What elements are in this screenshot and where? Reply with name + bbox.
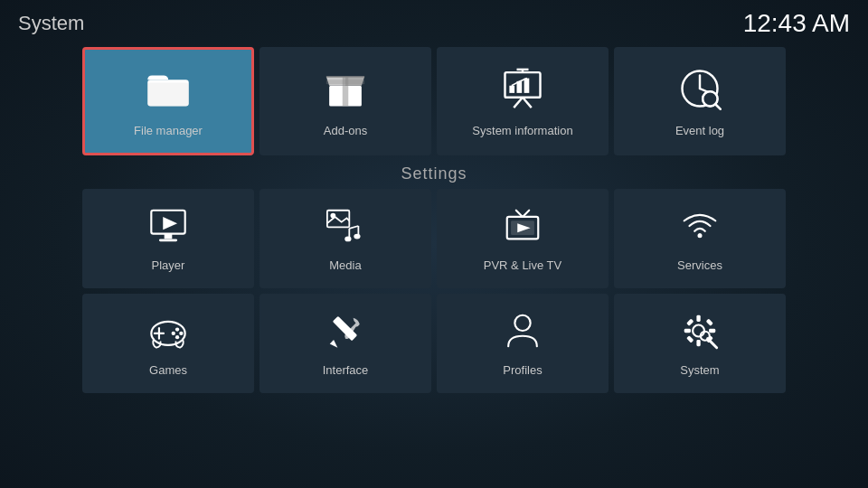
settings-header: Settings [0, 164, 868, 183]
settings-grid: Player Media [0, 189, 868, 393]
svg-rect-13 [524, 79, 530, 93]
tile-profiles-label: Profiles [503, 363, 542, 377]
tile-media-label: Media [329, 258, 361, 272]
player-icon [147, 205, 189, 253]
tile-system-information-label: System information [472, 124, 572, 137]
pvr-live-tv-icon [502, 205, 543, 253]
tile-media[interactable]: Media [259, 189, 431, 288]
tile-interface[interactable]: Interface [259, 294, 431, 393]
media-icon [325, 205, 366, 253]
tile-games[interactable]: Games [82, 294, 254, 393]
svg-line-30 [349, 226, 358, 229]
tile-system-label: System [680, 363, 719, 377]
tile-player-label: Player [152, 258, 185, 272]
games-icon [147, 310, 189, 358]
tile-player[interactable]: Player [82, 189, 254, 288]
tile-pvr-live-tv[interactable]: PVR & Live TV [437, 189, 609, 288]
svg-marker-47 [330, 340, 338, 348]
system-icon [679, 310, 721, 358]
svg-rect-50 [696, 315, 700, 322]
svg-point-31 [344, 237, 351, 242]
svg-point-45 [172, 332, 175, 335]
tile-services[interactable]: Services [614, 189, 786, 288]
svg-line-7 [514, 98, 523, 108]
tile-interface-label: Interface [323, 363, 369, 377]
svg-point-48 [514, 315, 530, 331]
svg-line-21 [715, 104, 721, 109]
svg-point-43 [179, 332, 183, 335]
svg-rect-52 [684, 329, 691, 333]
tile-pvr-live-tv-label: PVR & Live TV [484, 258, 561, 272]
svg-point-32 [354, 234, 360, 239]
tile-file-manager[interactable]: File manager [82, 47, 254, 155]
system-information-icon [499, 65, 546, 118]
svg-rect-51 [696, 340, 700, 346]
svg-line-8 [523, 98, 532, 108]
tile-games-label: Games [149, 363, 187, 377]
svg-rect-55 [706, 319, 713, 326]
top-tiles-row: File manager A [0, 47, 868, 155]
tile-system[interactable]: System [614, 294, 786, 393]
header: System 12:43 AM [0, 0, 868, 42]
svg-rect-1 [147, 83, 189, 107]
svg-rect-54 [686, 319, 693, 326]
tile-profiles[interactable]: Profiles [437, 294, 609, 393]
page-wrapper: System 12:43 AM File manager [0, 0, 868, 488]
tile-add-ons[interactable]: Add-ons [259, 47, 431, 155]
tile-file-manager-label: File manager [134, 124, 203, 137]
tile-services-label: Services [677, 258, 722, 272]
file-manager-icon [145, 65, 192, 118]
page-title: System [18, 12, 84, 35]
svg-line-58 [708, 339, 717, 348]
services-icon [679, 205, 721, 253]
add-ons-icon [322, 65, 369, 118]
svg-point-49 [693, 325, 704, 337]
tile-add-ons-label: Add-ons [324, 124, 367, 137]
profiles-icon [502, 310, 543, 358]
svg-rect-6 [505, 72, 541, 98]
svg-point-42 [175, 327, 179, 331]
svg-rect-56 [686, 335, 693, 343]
tile-event-log-label: Event log [675, 124, 724, 137]
svg-rect-11 [509, 86, 514, 93]
svg-rect-24 [159, 239, 177, 241]
svg-marker-25 [163, 217, 177, 230]
svg-rect-53 [709, 329, 715, 333]
svg-rect-5 [326, 80, 364, 84]
interface-icon [325, 310, 366, 358]
tile-event-log[interactable]: Event log [614, 47, 786, 155]
svg-rect-23 [165, 234, 173, 239]
svg-point-44 [175, 335, 179, 339]
event-log-icon [676, 65, 723, 118]
tile-system-information[interactable]: System information [437, 47, 609, 155]
svg-point-38 [697, 233, 702, 238]
clock: 12:43 AM [743, 9, 850, 38]
